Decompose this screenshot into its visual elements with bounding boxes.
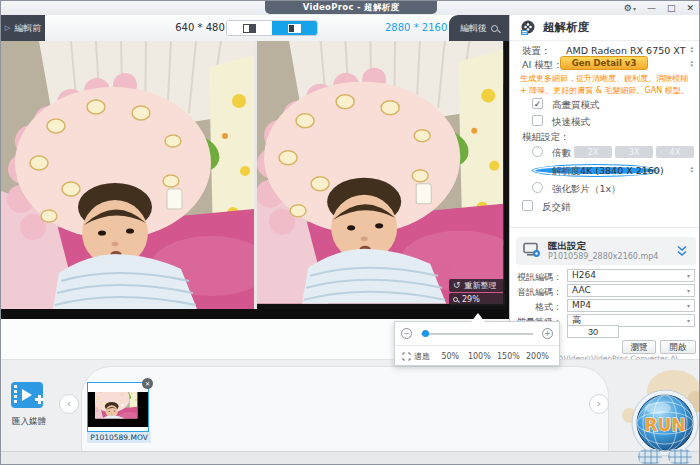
media-panel	[81, 366, 609, 452]
mascot-foot	[668, 449, 692, 464]
zoom-slider-track[interactable]	[421, 333, 533, 335]
export-settings-header[interactable]: 匯出設定 P1010589_2880x2160.mp4	[516, 237, 696, 265]
letterbox-strip	[1, 309, 509, 319]
videoproc-window: VideoProc - 超解析度 ⚙▾ — □ ✕ ▷ 編輯前 640 * 48…	[0, 0, 700, 465]
model-description: 生成更多細節，提升清晰度、銳利度。消除模糊 + 降噪。更好的膚質 & 毛髮細節。…	[520, 73, 696, 98]
zoom-level-button[interactable]: 29%	[449, 293, 506, 306]
play-icon: ▷	[5, 24, 10, 32]
super-resolution-icon	[520, 20, 536, 36]
split-view-icon	[288, 24, 301, 33]
zoom-level-value: 29%	[462, 295, 480, 304]
zoom-150-option[interactable]: 150%	[494, 352, 523, 361]
output-resolution: 2880 * 2160	[385, 15, 455, 41]
audio-codec-label: 音訊編碼：	[510, 286, 562, 299]
panel-divider	[510, 227, 700, 228]
enhance-label: 強化影片（1x）	[552, 183, 621, 196]
settings-gear-icon[interactable]: ⚙▾	[624, 1, 636, 16]
zoom-out-icon[interactable]: −	[401, 328, 412, 339]
panel-header: 超解析度	[510, 15, 700, 41]
tab-before[interactable]: ▷ 編輯前	[1, 15, 45, 41]
scroll-left-button[interactable]: ‹	[59, 394, 79, 414]
split-view-button[interactable]	[272, 21, 317, 35]
fast-mode-label: 快速模式	[552, 116, 590, 129]
window-title: VideoProc - 超解析度	[265, 1, 437, 14]
enhance-radio[interactable]	[532, 182, 543, 193]
tab-after-label: 編輯後	[460, 22, 487, 35]
fit-icon	[402, 352, 411, 361]
collapse-chevron-icon[interactable]	[676, 245, 688, 257]
scale-3x-button[interactable]: 3X	[615, 146, 653, 158]
mascot-foot	[638, 449, 662, 464]
video-codec-label: 視訊編碼：	[510, 271, 562, 284]
close-button[interactable]: ✕	[686, 1, 694, 15]
preview-toolbar: ▷ 編輯前 640 * 480 2880 * 2160 編輯後	[1, 15, 509, 41]
fit-option[interactable]: 適應	[402, 351, 436, 362]
preview-after[interactable]	[257, 41, 509, 309]
dropdown-arrow-icon: ▾	[687, 315, 690, 326]
run-button[interactable]: RUN	[631, 389, 699, 457]
popup-pointer	[471, 313, 485, 322]
settings-panel: 超解析度 裝置： AMD Radeon RX 6750 XT ▴▾ AI 模型：…	[509, 15, 700, 359]
model-spinner[interactable]: ▴▾	[690, 59, 693, 67]
scroll-right-button[interactable]: ›	[589, 394, 609, 414]
import-media-label: 匯入媒體	[10, 416, 48, 428]
panel-title: 超解析度	[543, 20, 589, 35]
hq-mode-checkbox[interactable]: ✓	[532, 98, 543, 109]
zoom-200-option[interactable]: 200%	[523, 352, 552, 361]
fit-label: 適應	[414, 351, 430, 362]
magnifier-icon	[491, 25, 498, 32]
format-label: 格式：	[510, 301, 562, 314]
refresh-icon: ↺	[453, 281, 461, 290]
fast-mode-checkbox[interactable]	[532, 115, 543, 126]
open-button[interactable]: 開啟	[660, 340, 696, 354]
zoom-slider-handle[interactable]	[422, 330, 429, 337]
remove-media-icon[interactable]: ✕	[142, 378, 153, 389]
ai-model-label: AI 模型：	[522, 59, 563, 72]
audio-codec-select[interactable]: AAC▾	[567, 284, 695, 297]
quality-value-input[interactable]	[567, 325, 619, 338]
gear-caret-icon: ▾	[633, 5, 636, 12]
view-toggle	[226, 20, 318, 36]
zoom-100-option[interactable]: 100%	[465, 352, 494, 361]
device-spinner[interactable]: ▴▾	[690, 45, 693, 53]
zoom-in-icon[interactable]: +	[542, 328, 553, 339]
scale-radio[interactable]	[532, 146, 543, 157]
thumbnail-image	[88, 392, 148, 427]
single-view-icon	[243, 24, 256, 33]
media-thumbnail[interactable]: ✕	[87, 382, 149, 432]
refresh-button[interactable]: ↺ 重新整理	[449, 279, 506, 292]
export-monitor-icon	[523, 242, 541, 259]
minimize-button[interactable]: —	[647, 1, 656, 15]
dropdown-arrow-icon: ▾	[687, 300, 690, 311]
browse-button[interactable]: 瀏覽	[622, 340, 656, 354]
ai-model-value[interactable]: Gen Detail v3	[560, 56, 648, 70]
deinterlace-checkbox[interactable]	[522, 200, 533, 211]
status-bar	[1, 451, 700, 465]
resolution-value[interactable]: 4K (3840 X 2160)	[580, 165, 664, 176]
refresh-label: 重新整理	[465, 280, 497, 291]
module-settings-label: 模組設定：	[522, 131, 570, 144]
scale-4x-button[interactable]: 4X	[656, 146, 694, 158]
tab-after[interactable]: 編輯後	[449, 15, 509, 41]
device-value[interactable]: AMD Radeon RX 6750 XT	[566, 45, 685, 56]
zoom-popup: − + 適應 50% 100% 150% 200%	[394, 321, 560, 366]
video-codec-select[interactable]: H264▾	[567, 269, 695, 282]
preview-before[interactable]	[1, 41, 254, 309]
resolution-label: 解析度	[552, 165, 581, 178]
zoom-magnifier-icon	[453, 297, 458, 302]
resolution-spinner[interactable]: ▴▾	[690, 165, 693, 173]
media-filename: P1010589.MOV	[87, 432, 151, 443]
export-filename: P1010589_2880x2160.mp4	[548, 252, 658, 261]
import-media-button[interactable]: 匯入媒體	[10, 382, 48, 428]
dropdown-arrow-icon: ▾	[687, 285, 690, 296]
scale-label: 倍數	[552, 147, 571, 160]
hq-mode-label: 高畫質模式	[552, 99, 600, 112]
zoom-50-option[interactable]: 50%	[436, 352, 465, 361]
format-select[interactable]: MP4▾	[567, 299, 695, 312]
maximize-button[interactable]: □	[667, 1, 676, 15]
media-strip: 匯入媒體 ‹ › ✕ P1010589.MOV	[1, 359, 700, 451]
single-view-button[interactable]	[227, 21, 272, 35]
device-label: 裝置：	[522, 45, 551, 58]
dropdown-arrow-icon: ▾	[687, 270, 690, 281]
scale-2x-button[interactable]: 2X	[574, 146, 612, 158]
